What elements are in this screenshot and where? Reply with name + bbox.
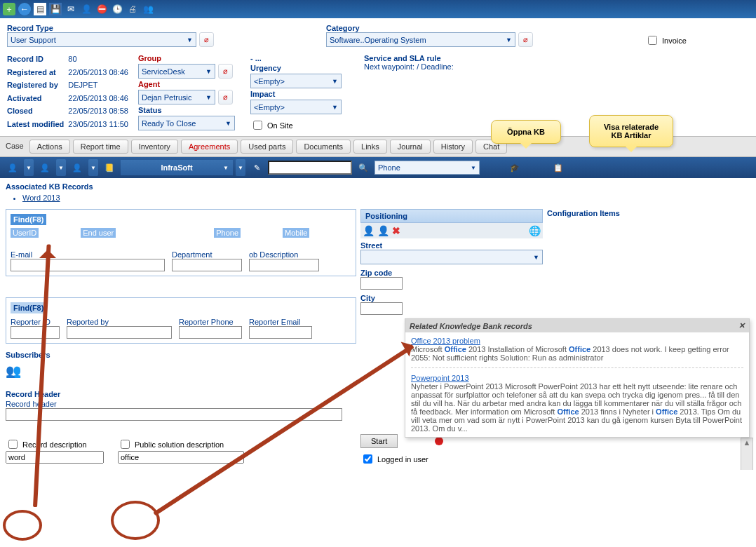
subscribers-title: Subscribers (6, 351, 356, 359)
kb-link-word2013[interactable]: Word 2013 (22, 194, 60, 202)
record-type-clear-button[interactable]: ⌀ (199, 32, 214, 47)
sla-label: Service and SLA rule (364, 54, 454, 62)
tab-agreements[interactable]: Agreements (181, 140, 238, 154)
channel-select[interactable]: Phone▼ (374, 161, 480, 175)
find-reporter-title: Find(F8) (11, 302, 46, 313)
invoice-checkbox[interactable] (648, 36, 657, 45)
user2-dropdown[interactable]: ▼ (56, 159, 66, 176)
onsite-checkbox[interactable] (253, 121, 262, 130)
tab-actions[interactable]: Actions (29, 140, 70, 154)
reported-by-label: Reported by (67, 318, 172, 326)
zip-input[interactable] (360, 277, 403, 290)
pos-user-icon[interactable]: 👤 (363, 225, 374, 236)
agent-clear-button[interactable]: ⌀ (218, 90, 233, 104)
tab-history[interactable]: History (433, 140, 473, 154)
logged-in-checkbox-label[interactable]: Logged in user (360, 452, 428, 466)
pos-delete-icon[interactable]: ✖ (392, 225, 400, 236)
top-toolbar: ＋ ← ▤ 💾 ✉ 👤 ⛔ 🕒 🖨 👥 (0, 0, 756, 18)
related-kb-popup: Related Knowledge Bank records✕ Office 2… (405, 318, 750, 438)
activated-label: Activated (7, 93, 68, 107)
scrollbar[interactable]: ▲▼ (741, 438, 753, 470)
activated-value: 22/05/2013 08:46 (68, 93, 133, 107)
zip-label: Zip code (360, 269, 543, 277)
agent-select[interactable]: Dejan Petrusic▼ (138, 90, 215, 104)
record-desc-checkbox-label[interactable]: Record description (6, 438, 87, 451)
open-kb-icon[interactable]: 🎓 (506, 159, 523, 176)
invoice-checkbox-label[interactable]: Invoice (645, 34, 687, 47)
logged-in-checkbox[interactable] (363, 454, 372, 464)
agent-label: Agent (138, 80, 235, 88)
action-bar: 👤▼ 👤▼ 👤▼ 📒 InfraSoft▼ ▼ ✎ 🔍 Phone▼ 🎓 📋 (0, 157, 756, 178)
public-sol-checkbox-label[interactable]: Public solution description (118, 438, 224, 451)
user3-icon[interactable]: 👤 (69, 159, 86, 176)
onsite-checkbox-label[interactable]: On Site (250, 119, 342, 132)
group-select[interactable]: ServiceDesk▼ (138, 64, 215, 79)
record-desc-checkbox[interactable] (8, 440, 18, 449)
find-user-box: Find(F8) UserID End user Phone Mobile E-… (6, 209, 356, 276)
positioning-title: Positioning (360, 209, 543, 223)
reporter-phone-input[interactable] (179, 326, 242, 339)
tab-report-time[interactable]: Report time (73, 140, 128, 154)
public-sol-checkbox[interactable] (121, 440, 130, 449)
new-doc-icon[interactable]: ▤ (34, 3, 46, 15)
company-select[interactable]: InfraSoft▼ (121, 160, 233, 175)
reported-by-input[interactable] (67, 326, 172, 339)
print-icon[interactable]: 🖨 (126, 3, 139, 15)
stop-icon[interactable]: ⛔ (95, 3, 108, 15)
add-user-dropdown[interactable]: ▼ (24, 159, 34, 176)
search-icon[interactable]: 🔍 (355, 159, 372, 176)
reporter-email-input[interactable] (249, 326, 312, 339)
record-desc-input[interactable] (6, 451, 104, 464)
globe-icon[interactable]: 🌐 (529, 225, 541, 236)
add-user-icon[interactable]: 👤 (4, 159, 21, 176)
show-related-kb-icon[interactable]: 📋 (550, 159, 567, 176)
add-user-icon[interactable]: 👥 (142, 3, 154, 15)
tab-links[interactable]: Links (353, 140, 387, 154)
book-icon[interactable]: 📒 (101, 159, 118, 176)
tab-used-parts[interactable]: Used parts (241, 140, 293, 154)
edit-icon[interactable]: ✎ (248, 159, 265, 176)
record-id-label: Record ID (7, 54, 68, 67)
tab-inventory[interactable]: Inventory (131, 140, 178, 154)
back-icon[interactable]: ← (18, 3, 31, 15)
street-select[interactable]: ▼ (360, 250, 543, 264)
subscribers-icon[interactable]: 👥 (6, 364, 21, 378)
jobdesc-input[interactable] (249, 259, 319, 271)
tab-case[interactable]: Case (4, 140, 27, 154)
add-icon[interactable]: ＋ (3, 3, 15, 15)
kb-popup-close-icon[interactable]: ✕ (738, 321, 745, 330)
record-type-label: Record Type (7, 24, 214, 32)
group-clear-button[interactable]: ⌀ (218, 64, 233, 79)
save-icon[interactable]: 💾 (49, 3, 62, 15)
annotation-arrowhead-1 (39, 241, 56, 258)
public-sol-input[interactable] (118, 451, 244, 464)
record-header-input[interactable] (6, 408, 342, 421)
registered-by-value: DEJPET (68, 80, 133, 93)
record-type-select[interactable]: User Support▼ (7, 32, 196, 47)
pos-user2-icon[interactable]: 👤 (377, 225, 389, 236)
category-clear-button[interactable]: ⌀ (518, 32, 533, 47)
city-input[interactable] (360, 302, 403, 315)
street-label: Street (360, 241, 543, 250)
status-select[interactable]: Ready To Close▼ (138, 116, 235, 130)
registered-at-value: 22/05/2013 08:46 (68, 67, 133, 81)
user2-icon[interactable]: 👤 (36, 159, 53, 176)
user3-dropdown[interactable]: ▼ (88, 159, 98, 176)
department-input[interactable] (172, 259, 242, 271)
mail-icon[interactable]: ✉ (65, 3, 77, 15)
record-meta-table: Record ID80 Registered at22/05/2013 08:4… (7, 54, 133, 132)
urgency-select[interactable]: <Empty>▼ (250, 74, 342, 88)
kb-result-2-link[interactable]: Powerpoint 2013 (411, 374, 469, 382)
search-input[interactable] (268, 161, 352, 175)
company-dropdown[interactable]: ▼ (236, 159, 245, 176)
impact-select[interactable]: <Empty>▼ (250, 100, 342, 114)
reporter-id-input[interactable] (11, 326, 60, 339)
user-icon[interactable]: 👤 (80, 3, 93, 15)
email-input[interactable] (11, 259, 165, 271)
tab-journal[interactable]: Journal (390, 140, 431, 154)
config-items-title: Configuration Items (547, 209, 750, 217)
tab-documents[interactable]: Documents (296, 140, 351, 154)
clock-icon[interactable]: 🕒 (111, 3, 123, 15)
category-select[interactable]: Software..Operating System▼ (326, 32, 515, 47)
start-button[interactable]: Start (360, 434, 398, 448)
